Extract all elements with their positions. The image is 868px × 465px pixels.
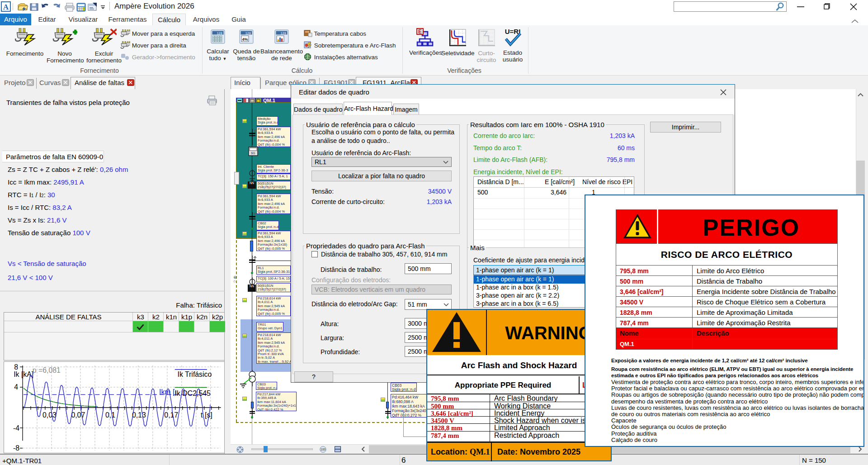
svg-text:0,17: 0,17 bbox=[164, 411, 178, 419]
svg-text:0,03: 0,03 bbox=[42, 411, 57, 419]
svg-text:E: E bbox=[418, 28, 422, 35]
svg-text:8: 8 bbox=[14, 363, 18, 371]
svg-text:Ikm [ı: Ikm [ı bbox=[159, 388, 177, 396]
svg-text:Ik Trifásico: Ik Trifásico bbox=[178, 370, 212, 378]
svg-text:p =6,081: p =6,081 bbox=[33, 366, 61, 374]
svg-text:100: 100 bbox=[321, 448, 326, 451]
svg-text:t [s]: t [s] bbox=[201, 411, 212, 419]
svg-text:4: 4 bbox=[14, 383, 18, 391]
svg-text:-8: -8 bbox=[13, 444, 19, 452]
svg-text:Ik DC2,545: Ik DC2,545 bbox=[175, 389, 211, 397]
svg-text:Ik [kA]: Ik [kA] bbox=[14, 370, 33, 378]
svg-text:4%: 4% bbox=[242, 37, 248, 42]
svg-text:0,1: 0,1 bbox=[105, 411, 115, 419]
svg-text:0,07: 0,07 bbox=[71, 411, 85, 419]
svg-text:A: A bbox=[3, 3, 9, 11]
svg-text:-4: -4 bbox=[13, 424, 19, 432]
svg-text:SG: SG bbox=[251, 152, 255, 155]
svg-text:0,13: 0,13 bbox=[132, 411, 146, 419]
